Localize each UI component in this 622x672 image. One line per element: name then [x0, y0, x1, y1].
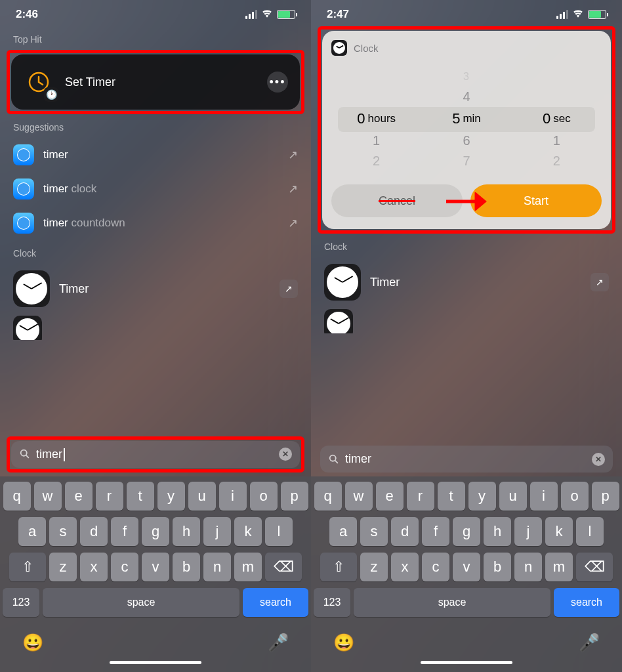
- key-n[interactable]: n: [514, 553, 542, 581]
- key-h[interactable]: h: [484, 517, 511, 546]
- key-t[interactable]: t: [438, 482, 465, 511]
- key-d[interactable]: d: [391, 517, 419, 546]
- key-x[interactable]: x: [80, 553, 108, 581]
- clock-partial-row[interactable]: [9, 314, 302, 340]
- backspace-key[interactable]: ⌫: [576, 553, 613, 581]
- key-v[interactable]: v: [142, 553, 169, 581]
- key-u[interactable]: u: [499, 482, 527, 511]
- more-button[interactable]: •••: [267, 72, 288, 93]
- numeric-key[interactable]: 123: [3, 588, 39, 617]
- key-j[interactable]: j: [203, 517, 231, 546]
- key-x[interactable]: x: [391, 553, 419, 581]
- svg-point-4: [18, 183, 30, 195]
- key-f[interactable]: f: [422, 517, 449, 546]
- key-s[interactable]: s: [49, 517, 77, 546]
- clock-panel: Clock 0hours 1 2 3 4 5min 6 7: [322, 31, 611, 229]
- clock-timer-row[interactable]: Timer ↗: [9, 264, 302, 314]
- key-u[interactable]: u: [188, 482, 216, 511]
- key-o[interactable]: o: [561, 482, 589, 511]
- safari-icon: [13, 178, 34, 200]
- key-d[interactable]: d: [80, 517, 108, 546]
- search-bar[interactable]: timer ✕: [11, 441, 300, 468]
- key-m[interactable]: m: [234, 553, 262, 581]
- open-icon[interactable]: ↗: [591, 273, 609, 291]
- seconds-picker[interactable]: 0sec 1 2: [512, 66, 601, 171]
- key-p[interactable]: p: [592, 482, 619, 511]
- suggestion-text: timer clock: [43, 182, 279, 196]
- clear-button[interactable]: ✕: [592, 453, 605, 466]
- search-key[interactable]: search: [554, 588, 619, 617]
- key-p[interactable]: p: [281, 482, 308, 511]
- space-key[interactable]: space: [43, 588, 239, 617]
- arrow-up-left-icon: ↗: [288, 182, 298, 196]
- space-key[interactable]: space: [354, 588, 550, 617]
- shift-key[interactable]: ⇧: [9, 553, 46, 581]
- key-g[interactable]: g: [453, 517, 480, 546]
- hours-picker[interactable]: 0hours 1 2: [332, 66, 421, 171]
- key-z[interactable]: z: [49, 553, 77, 581]
- suggestion-row[interactable]: timer clock ↗: [9, 172, 302, 206]
- emoji-button[interactable]: 😀: [333, 633, 354, 653]
- key-a[interactable]: a: [329, 517, 357, 546]
- safari-icon: [13, 144, 34, 165]
- key-y[interactable]: y: [468, 482, 496, 511]
- clock-section-label: Clock: [9, 240, 302, 264]
- key-o[interactable]: o: [250, 482, 278, 511]
- numeric-key[interactable]: 123: [314, 588, 350, 617]
- home-indicator[interactable]: [421, 661, 512, 664]
- key-i[interactable]: i: [530, 482, 558, 511]
- mic-button[interactable]: 🎤: [268, 633, 289, 653]
- top-hit-card[interactable]: 🕐 Set Timer •••: [11, 54, 300, 110]
- search-key[interactable]: search: [243, 588, 308, 617]
- key-b[interactable]: b: [484, 553, 511, 581]
- key-g[interactable]: g: [142, 517, 169, 546]
- key-w[interactable]: w: [345, 482, 373, 511]
- suggestion-row[interactable]: timer ↗: [9, 138, 302, 172]
- key-s[interactable]: s: [360, 517, 388, 546]
- key-e[interactable]: e: [376, 482, 404, 511]
- svg-point-2: [18, 149, 30, 161]
- clock-partial-row[interactable]: [320, 307, 613, 333]
- key-r[interactable]: r: [407, 482, 434, 511]
- key-m[interactable]: m: [545, 553, 573, 581]
- key-e[interactable]: e: [65, 482, 93, 511]
- key-b[interactable]: b: [173, 553, 200, 581]
- key-a[interactable]: a: [18, 517, 46, 546]
- mic-button[interactable]: 🎤: [579, 633, 600, 653]
- key-c[interactable]: c: [111, 553, 138, 581]
- key-t[interactable]: t: [127, 482, 154, 511]
- suggestion-row[interactable]: timer countdown ↗: [9, 206, 302, 240]
- key-f[interactable]: f: [111, 517, 138, 546]
- key-w[interactable]: w: [34, 482, 62, 511]
- emoji-button[interactable]: 😀: [22, 633, 43, 653]
- search-input[interactable]: timer: [345, 452, 587, 466]
- status-bar: 2:47: [311, 0, 622, 26]
- backspace-key[interactable]: ⌫: [265, 553, 302, 581]
- key-k[interactable]: k: [234, 517, 262, 546]
- time-picker[interactable]: 0hours 1 2 3 4 5min 6 7 0sec 1: [331, 66, 602, 171]
- key-r[interactable]: r: [96, 482, 123, 511]
- key-l[interactable]: l: [576, 517, 604, 546]
- key-y[interactable]: y: [157, 482, 185, 511]
- key-v[interactable]: v: [453, 553, 480, 581]
- clock-timer-row[interactable]: Timer ↗: [320, 257, 613, 307]
- key-q[interactable]: q: [3, 482, 31, 511]
- key-z[interactable]: z: [360, 553, 388, 581]
- clear-button[interactable]: ✕: [279, 448, 292, 461]
- home-indicator[interactable]: [110, 661, 201, 664]
- open-icon[interactable]: ↗: [280, 280, 298, 298]
- key-q[interactable]: q: [314, 482, 342, 511]
- cancel-button[interactable]: Cancel: [331, 184, 463, 217]
- key-c[interactable]: c: [422, 553, 449, 581]
- key-k[interactable]: k: [545, 517, 573, 546]
- cellular-icon: [556, 10, 568, 19]
- key-i[interactable]: i: [219, 482, 247, 511]
- shift-key[interactable]: ⇧: [320, 553, 357, 581]
- key-n[interactable]: n: [203, 553, 231, 581]
- key-j[interactable]: j: [514, 517, 542, 546]
- search-bar[interactable]: timer ✕: [320, 446, 613, 472]
- key-l[interactable]: l: [265, 517, 293, 546]
- key-h[interactable]: h: [173, 517, 200, 546]
- search-input[interactable]: timer: [36, 448, 274, 461]
- minutes-picker[interactable]: 3 4 5min 6 7: [422, 66, 511, 171]
